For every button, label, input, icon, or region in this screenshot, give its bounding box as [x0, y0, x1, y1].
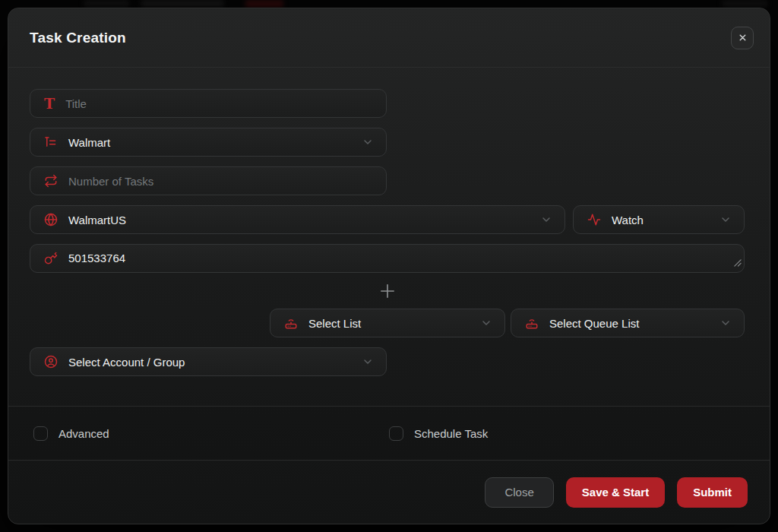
schedule-task-option[interactable]: Schedule Task [389, 426, 488, 441]
platform-select-value: Walmart [68, 136, 351, 149]
user-circle-icon [44, 355, 58, 369]
chevron-down-icon [480, 317, 492, 329]
advanced-option[interactable]: Advanced [8, 426, 389, 441]
background-blur [722, 0, 767, 7]
add-task-button[interactable] [377, 280, 398, 302]
mode-select[interactable]: Watch [573, 205, 745, 234]
store-select[interactable]: WalmartUS [30, 205, 565, 234]
activity-icon [587, 213, 601, 226]
page-title: Task Creation [30, 30, 126, 46]
title-input[interactable] [65, 97, 374, 110]
list-select-value: Select List [308, 317, 470, 330]
list-tree-icon [44, 135, 58, 149]
queue-list-select[interactable]: Select Queue List [511, 309, 745, 337]
key-icon [44, 252, 58, 265]
task-count-field[interactable] [30, 166, 387, 195]
schedule-task-checkbox[interactable] [389, 426, 403, 441]
product-input[interactable]: 501533764 [68, 251, 738, 266]
close-footer-button[interactable]: Close [485, 477, 553, 508]
options-section: Advanced Schedule Task [8, 406, 770, 461]
mode-select-value: Watch [612, 214, 709, 226]
plus-icon [377, 280, 398, 302]
add-row [30, 273, 745, 309]
chevron-down-icon [362, 136, 374, 148]
text-title-icon: T [44, 97, 55, 111]
router-icon [525, 316, 539, 330]
advanced-checkbox[interactable] [33, 426, 48, 441]
product-input-field[interactable]: 501533764 [30, 244, 745, 273]
task-form: T Walmart WalmartUS [8, 68, 770, 406]
router-icon [284, 316, 298, 330]
list-select[interactable]: Select List [270, 309, 505, 337]
chevron-down-icon [540, 214, 552, 226]
background-blur [245, 0, 283, 8]
modal-footer: Close Save & Start Submit [8, 461, 770, 524]
advanced-label: Advanced [59, 427, 109, 440]
background-blur [84, 0, 129, 7]
queue-list-select-value: Select Queue List [549, 317, 709, 330]
task-count-input[interactable] [68, 175, 374, 188]
background-blur [141, 0, 224, 7]
resize-handle-icon[interactable] [734, 256, 742, 270]
account-select[interactable]: Select Account / Group [30, 347, 387, 376]
platform-select[interactable]: Walmart [30, 128, 387, 157]
close-icon [738, 33, 748, 43]
save-start-button[interactable]: Save & Start [566, 477, 665, 508]
modal-header: Task Creation [8, 8, 770, 68]
close-button[interactable] [731, 27, 754, 49]
task-creation-modal: Task Creation T Walmart [8, 8, 770, 524]
globe-icon [44, 213, 58, 226]
chevron-down-icon [362, 356, 374, 368]
account-select-value: Select Account / Group [68, 356, 351, 369]
chevron-down-icon [719, 317, 732, 329]
repeat-icon [44, 174, 58, 188]
title-field[interactable]: T [30, 89, 387, 118]
store-select-value: WalmartUS [68, 214, 530, 226]
chevron-down-icon [719, 214, 732, 226]
schedule-task-label: Schedule Task [414, 427, 488, 440]
submit-button[interactable]: Submit [677, 477, 748, 508]
